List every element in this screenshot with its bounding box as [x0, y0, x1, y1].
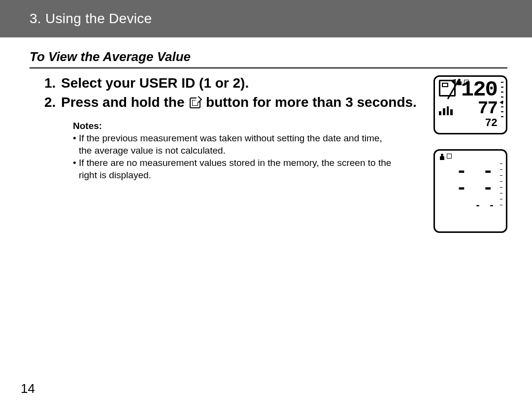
reading-dia-empty: - - [456, 180, 496, 197]
step-number: 2. [44, 94, 61, 111]
reading-sys: 120 [461, 80, 497, 100]
steps-row: 1. Select your USER ID (1 or 2). 2. Pres… [30, 73, 507, 233]
screen-icon-column [439, 80, 458, 115]
divider [30, 67, 507, 68]
chapter-title: 3. Using the Device [30, 11, 152, 26]
pressure-scale-icon [501, 82, 504, 121]
notes-block: Notes: If the previous measurement was t… [73, 121, 393, 182]
step-number: 1. [44, 74, 61, 92]
step-2: 2. Press and hold the button for more th… [44, 94, 419, 111]
reading-pulse: 72 [485, 118, 497, 129]
section-title: To View the Average Value [30, 49, 507, 64]
reading-pulse-empty: - - [475, 200, 496, 211]
notes-title: Notes: [73, 121, 393, 131]
step-text-after: button for more than 3 seconds. [206, 95, 417, 110]
step-1: 1. Select your USER ID (1 or 2). [44, 74, 419, 92]
illustrations-column: 120 77 72 [424, 73, 507, 233]
device-screen-average: 120 77 72 [433, 75, 507, 134]
page-number: 14 [21, 381, 35, 396]
step-text: Press and hold the button for more than … [61, 94, 417, 111]
steps-column: 1. Select your USER ID (1 or 2). 2. Pres… [30, 73, 424, 182]
chapter-header: 3. Using the Device [0, 0, 532, 37]
note-item: If there are no measurement values store… [73, 157, 393, 181]
device-screen-empty: - - - - - - [433, 149, 507, 233]
bar-graph-icon [439, 105, 453, 115]
step-text-before: Press and hold the [61, 95, 188, 110]
reading-dia: 77 [478, 100, 497, 117]
step-text: Select your USER ID (1 or 2). [61, 74, 249, 92]
note-item: If the previous measurement was taken wi… [73, 132, 393, 157]
page-content: To View the Average Value 1. Select your… [0, 37, 532, 233]
readings-column: - - - - - - [439, 154, 502, 211]
readings-column: 120 77 72 [458, 80, 502, 129]
pressure-scale-icon [500, 163, 503, 213]
memory-button-icon [190, 97, 200, 108]
